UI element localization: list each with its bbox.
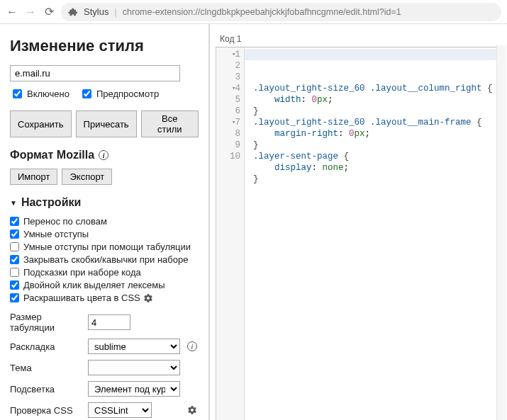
- option-checkbox[interactable]: [10, 229, 19, 239]
- gear-icon[interactable]: [187, 405, 197, 415]
- code-editor[interactable]: 1▾234▾567▾8910 .layout_right-size_60 .la…: [216, 47, 506, 420]
- option-row[interactable]: Умные отступы: [10, 229, 199, 239]
- active-line-highlight: [245, 49, 506, 60]
- forward-icon: →: [24, 6, 37, 18]
- preview-checkbox[interactable]: Предпросмотр: [79, 87, 159, 101]
- highlight-select[interactable]: Элемент под курсором: [88, 381, 180, 397]
- tab-size-input[interactable]: [88, 314, 130, 330]
- gear-icon[interactable]: [143, 293, 153, 303]
- keymap-select[interactable]: sublime: [88, 339, 180, 354]
- theme-label: Тема: [10, 363, 88, 373]
- option-label: Подсказки при наборе кода: [23, 267, 141, 278]
- option-label: Перенос по словам: [23, 216, 107, 227]
- option-row[interactable]: Закрывать скобки/кавычки при наборе: [10, 254, 199, 265]
- line-gutter: 1▾234▾567▾8910: [216, 47, 245, 420]
- option-row[interactable]: Двойной клик выделяет лексемы: [10, 280, 199, 290]
- keymap-label: Раскладка: [10, 341, 88, 352]
- editor-panel: Код 1 1▾234▾567▾8910 .layout_right-size_…: [210, 24, 507, 420]
- page-title: Изменение стиля: [10, 37, 199, 55]
- info-icon[interactable]: i: [99, 150, 108, 160]
- option-checkbox[interactable]: [10, 217, 19, 226]
- options-list: Перенос по словамУмные отступыУмные отст…: [10, 216, 199, 303]
- option-checkbox[interactable]: [10, 242, 19, 251]
- option-checkbox[interactable]: [10, 255, 19, 264]
- import-button[interactable]: Импорт: [10, 169, 57, 185]
- option-label: Умные отступы: [23, 229, 89, 239]
- extension-icon: [68, 7, 78, 17]
- code-section-label: Код 1: [210, 24, 507, 47]
- highlight-label: Подсветка: [10, 384, 88, 395]
- extension-name: Stylus: [84, 6, 108, 17]
- tab-size-label: Размер табуляции: [10, 312, 88, 333]
- browser-toolbar: ← → ⟳ Stylus | chrome-extension://clngdb…: [0, 0, 507, 24]
- csslint-select[interactable]: CSSLint: [88, 402, 152, 418]
- style-name-input[interactable]: [10, 65, 180, 81]
- option-label: Раскрашивать цвета в CSS: [23, 293, 140, 303]
- collapse-icon: ▼: [10, 199, 17, 207]
- save-button[interactable]: Сохранить: [10, 110, 72, 137]
- option-row[interactable]: Перенос по словам: [10, 216, 199, 227]
- option-row[interactable]: Умные отступы при помощи табуляции: [10, 242, 199, 252]
- separator: |: [114, 6, 116, 17]
- beautify-button[interactable]: Причесать: [76, 110, 137, 137]
- address-bar[interactable]: Stylus | chrome-extension://clngdbkpkpee…: [61, 3, 501, 21]
- back-icon[interactable]: ←: [6, 6, 18, 18]
- all-styles-button[interactable]: Все стили: [141, 110, 199, 137]
- option-checkbox[interactable]: [10, 293, 19, 302]
- settings-header[interactable]: ▼ Настройки: [10, 196, 199, 209]
- code-area[interactable]: .layout_right-size_60 .layout__column_ri…: [245, 47, 506, 420]
- option-row[interactable]: Раскрашивать цвета в CSS: [10, 293, 199, 303]
- format-header: Формат Mozilla i: [10, 149, 199, 161]
- option-checkbox[interactable]: [10, 280, 19, 290]
- csslint-label: Проверка CSS: [10, 405, 88, 416]
- reload-icon[interactable]: ⟳: [43, 5, 55, 18]
- export-button[interactable]: Экспорт: [62, 169, 112, 185]
- url-text: chrome-extension://clngdbkpkpeebahjckkjf…: [123, 7, 401, 17]
- enabled-checkbox[interactable]: Включено: [10, 87, 69, 101]
- sidebar: Изменение стиля Включено Предпросмотр Со…: [0, 24, 210, 420]
- info-icon[interactable]: i: [187, 341, 197, 351]
- theme-select[interactable]: [88, 360, 180, 375]
- option-row[interactable]: Подсказки при наборе кода: [10, 267, 199, 278]
- option-label: Умные отступы при помощи табуляции: [23, 242, 191, 252]
- option-label: Двойной клик выделяет лексемы: [23, 280, 165, 290]
- vertical-scrollbar[interactable]: [496, 45, 506, 420]
- option-checkbox[interactable]: [10, 268, 19, 277]
- option-label: Закрывать скобки/кавычки при наборе: [23, 254, 188, 265]
